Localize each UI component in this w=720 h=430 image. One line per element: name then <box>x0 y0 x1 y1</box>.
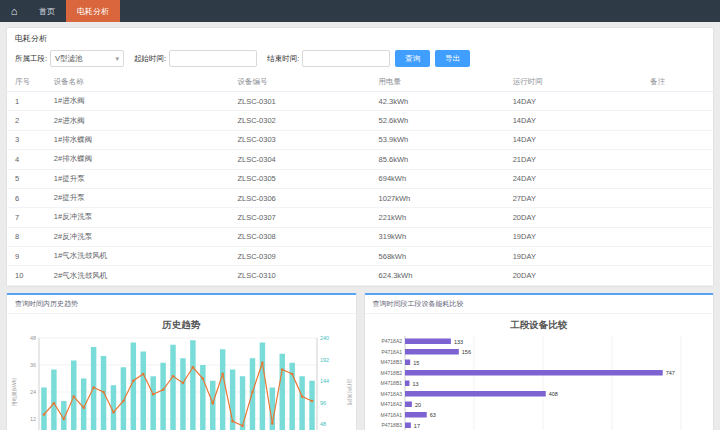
table-cell: 1#气水洗鼓风机 <box>46 247 230 266</box>
table-row: 91#气水洗鼓风机ZLSC-0309568kWh19DAY <box>7 247 713 266</box>
table-cell <box>642 188 713 207</box>
table-header-cell: 备注 <box>642 73 713 92</box>
export-button[interactable]: 导出 <box>435 50 470 67</box>
table-cell: 85.6kWh <box>371 150 505 169</box>
svg-text:408: 408 <box>548 391 557 397</box>
start-time-input[interactable] <box>169 50 257 67</box>
device-table-body: 11#进水阀ZLSC-030142.3kWh14DAY22#进水阀ZLSC-03… <box>7 92 713 286</box>
device-compare-header: 查询时间段工段设备能耗比较 <box>365 295 714 314</box>
section-select[interactable]: V型滤池 ▾ <box>50 50 124 67</box>
svg-text:P4718A2: P4718A2 <box>381 338 402 344</box>
svg-text:63: 63 <box>429 412 435 418</box>
table-cell: ZLSC-0303 <box>229 130 370 149</box>
svg-text:15: 15 <box>413 359 419 365</box>
table-cell: 19DAY <box>505 247 643 266</box>
table-header-cell: 设备名称 <box>46 73 230 92</box>
table-cell: 1#排水蝶阀 <box>46 130 230 149</box>
power-analysis-panel: 电耗分析 所属工段: V型滤池 ▾ 起始时间: 结束时间: 查询 导出 序号设备… <box>6 27 714 287</box>
tab-home[interactable]: 首页 <box>28 0 66 22</box>
table-cell <box>642 130 713 149</box>
svg-text:运行时间(H): 运行时间(H) <box>346 378 353 405</box>
table-cell: 1#反冲洗泵 <box>46 208 230 227</box>
table-cell: 19DAY <box>505 227 643 246</box>
svg-text:P4718B3: P4718B3 <box>381 422 402 428</box>
table-cell: ZLSC-0302 <box>229 111 370 130</box>
table-cell: 14DAY <box>505 111 643 130</box>
table-cell: 2 <box>7 111 46 130</box>
table-cell: 14DAY <box>505 92 643 111</box>
table-cell <box>642 247 713 266</box>
svg-text:M4718A2: M4718A2 <box>380 401 402 407</box>
table-cell: 24DAY <box>505 169 643 188</box>
table-cell: 1#进水阀 <box>46 92 230 111</box>
table-cell: 20DAY <box>505 208 643 227</box>
svg-text:48: 48 <box>30 335 36 341</box>
section-label: 所属工段: <box>15 54 47 64</box>
table-cell: 1 <box>7 92 46 111</box>
svg-text:M4718A1: M4718A1 <box>380 411 402 417</box>
home-icon[interactable]: ⌂ <box>0 0 28 22</box>
table-cell <box>642 169 713 188</box>
panel-title: 电耗分析 <box>7 28 713 47</box>
table-cell: 52.6kWh <box>371 111 505 130</box>
svg-text:144: 144 <box>320 378 329 384</box>
table-cell: 694kWh <box>371 169 505 188</box>
table-row: 31#排水蝶阀ZLSC-030353.9kWh14DAY <box>7 130 713 149</box>
end-time-input[interactable] <box>302 50 390 67</box>
table-row: 102#气水洗鼓风机ZLSC-0310624.3kWh20DAY <box>7 266 713 285</box>
table-cell: 53.9kWh <box>371 130 505 149</box>
table-cell: 221kWh <box>371 208 505 227</box>
table-cell: 1027kWh <box>371 188 505 207</box>
table-cell <box>642 208 713 227</box>
table-cell: 568kWh <box>371 247 505 266</box>
svg-text:用电量(kWh): 用电量(kWh) <box>11 377 18 407</box>
history-trend-svg: 0122436480489614419224011-0111-0211-0311… <box>9 332 353 430</box>
device-table: 序号设备名称设备编号用电量运行时间备注 11#进水阀ZLSC-030142.3k… <box>7 73 713 286</box>
svg-text:M4718B2: M4718B2 <box>380 369 402 375</box>
table-cell: 21DAY <box>505 150 643 169</box>
table-cell: ZLSC-0308 <box>229 227 370 246</box>
device-compare-svg: 0200400600800P4718A2133P4718A1156M4718B3… <box>367 332 711 430</box>
table-row: 51#提升泵ZLSC-0305694kWh24DAY <box>7 169 713 188</box>
svg-text:36: 36 <box>30 362 36 368</box>
table-header-row: 序号设备名称设备编号用电量运行时间备注 <box>7 73 713 92</box>
table-cell: ZLSC-0309 <box>229 247 370 266</box>
svg-text:24: 24 <box>30 389 36 395</box>
table-header-cell: 用电量 <box>371 73 505 92</box>
table-cell: 2#气水洗鼓风机 <box>46 266 230 285</box>
device-compare-chart: 0200400600800P4718A2133P4718A1156M4718B3… <box>365 332 714 430</box>
svg-text:17: 17 <box>413 422 419 428</box>
table-cell: ZLSC-0301 <box>229 92 370 111</box>
table-row: 11#进水阀ZLSC-030142.3kWh14DAY <box>7 92 713 111</box>
history-trend-chart: 0122436480489614419224011-0111-0211-0311… <box>7 332 356 430</box>
table-cell: 2#反冲洗泵 <box>46 227 230 246</box>
table-row: 22#进水阀ZLSC-030252.6kWh14DAY <box>7 111 713 130</box>
table-cell: ZLSC-0305 <box>229 169 370 188</box>
svg-text:12: 12 <box>30 416 36 422</box>
table-cell: 3 <box>7 130 46 149</box>
svg-text:133: 133 <box>453 338 462 344</box>
table-row: 71#反冲洗泵ZLSC-0307221kWh20DAY <box>7 208 713 227</box>
table-row: 62#提升泵ZLSC-03061027kWh27DAY <box>7 188 713 207</box>
table-cell: ZLSC-0307 <box>229 208 370 227</box>
table-header-cell: 设备编号 <box>229 73 370 92</box>
table-cell: 8 <box>7 227 46 246</box>
table-header-cell: 运行时间 <box>505 73 643 92</box>
table-cell <box>642 111 713 130</box>
chevron-down-icon: ▾ <box>116 55 120 63</box>
table-cell: 624.3kWh <box>371 266 505 285</box>
table-cell: 27DAY <box>505 188 643 207</box>
svg-text:240: 240 <box>320 335 329 341</box>
table-cell <box>642 266 713 285</box>
table-cell: 5 <box>7 169 46 188</box>
device-compare-panel: 查询时间段工段设备能耗比较 工段设备比较 0200400600800P4718A… <box>364 293 715 430</box>
device-compare-chart-title: 工段设备比较 <box>365 314 714 332</box>
svg-text:M4718B3: M4718B3 <box>380 359 402 365</box>
table-cell: 9 <box>7 247 46 266</box>
query-button[interactable]: 查询 <box>395 50 430 67</box>
history-trend-header: 查询时间内历史趋势 <box>7 295 356 314</box>
table-cell: ZLSC-0306 <box>229 188 370 207</box>
tab-power-analysis[interactable]: 电耗分析 <box>66 0 120 22</box>
svg-text:M4718A3: M4718A3 <box>380 390 402 396</box>
table-cell: 2#提升泵 <box>46 188 230 207</box>
